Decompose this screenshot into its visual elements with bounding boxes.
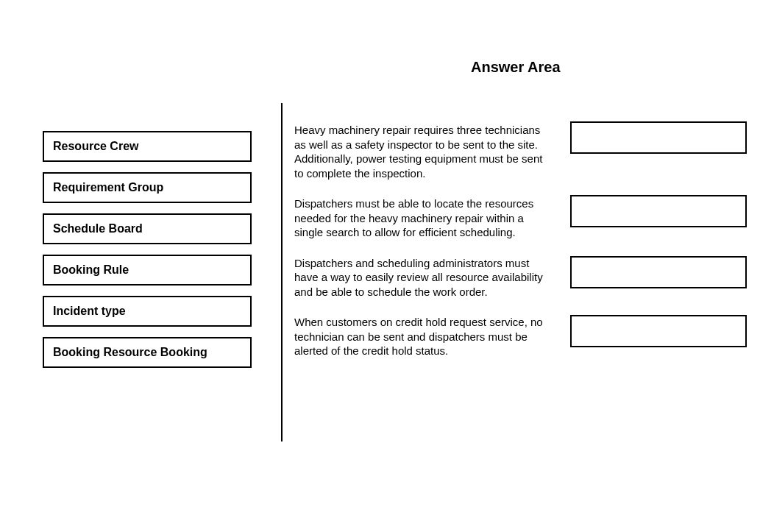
answer-area-title: Answer Area [471,59,561,76]
row-description: When customers on credit hold request se… [287,313,559,360]
source-item-booking-rule[interactable]: Booking Rule [43,255,252,285]
answer-row: Dispatchers and scheduling administrator… [287,255,747,301]
answer-row: Dispatchers must be able to locate the r… [287,195,747,241]
row-description: Dispatchers and scheduling administrator… [287,255,559,301]
source-list: Resource Crew Requirement Group Schedule… [43,131,252,378]
answer-area: Heavy machinery repair requires three te… [287,121,747,373]
row-description: Dispatchers must be able to locate the r… [287,195,559,241]
drop-target-2[interactable] [570,195,747,227]
vertical-divider [281,103,283,441]
drop-target-3[interactable] [570,256,747,288]
drop-target-1[interactable] [570,121,747,154]
answer-row: When customers on credit hold request se… [287,313,747,360]
source-item-resource-crew[interactable]: Resource Crew [43,131,252,162]
source-item-schedule-board[interactable]: Schedule Board [43,213,252,244]
drop-target-4[interactable] [570,315,747,347]
answer-row: Heavy machinery repair requires three te… [287,121,747,182]
source-item-incident-type[interactable]: Incident type [43,296,252,327]
source-item-booking-resource-booking[interactable]: Booking Resource Booking [43,337,252,368]
source-item-requirement-group[interactable]: Requirement Group [43,172,252,203]
row-description: Heavy machinery repair requires three te… [287,121,559,182]
